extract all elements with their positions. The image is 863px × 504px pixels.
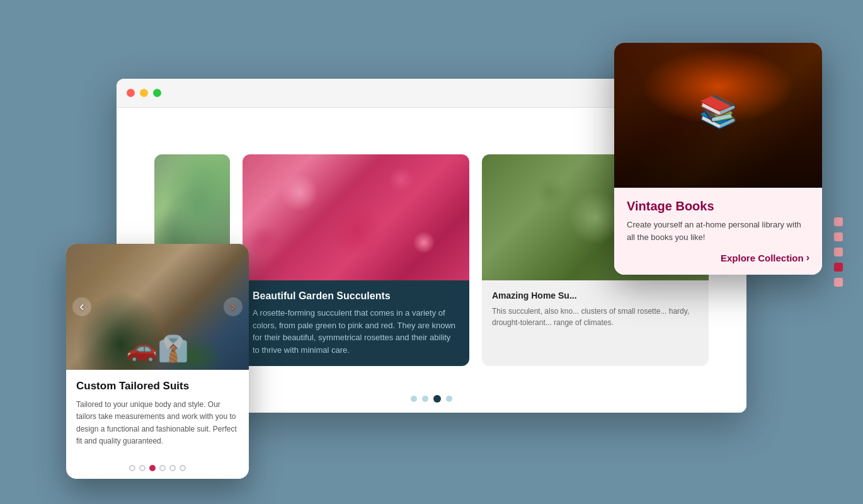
front-dot-2[interactable]: [139, 465, 146, 471]
card-flowers-center: Beautiful Garden Succulents A rosette-fo…: [243, 154, 469, 366]
books-card-description: Create yourself an at-home personal libr…: [627, 219, 809, 243]
front-dot-1[interactable]: [129, 465, 135, 471]
page-dot-3[interactable]: [433, 395, 441, 403]
flowers-card-description: A rosette-forming succulent that comes i…: [253, 307, 459, 356]
suits-card-image: [66, 244, 249, 370]
front-dot-6[interactable]: [180, 465, 186, 471]
front-card-suits: ‹ › Custom Tailored Suits Tailored to yo…: [66, 244, 249, 479]
succulent-card-description: This succulent, also kno... clusters of …: [492, 306, 699, 328]
front-card-pagination: [66, 457, 249, 479]
page-dot-2[interactable]: [422, 396, 428, 402]
side-dot-1[interactable]: [834, 217, 843, 226]
front-card-prev-button[interactable]: ‹: [72, 297, 91, 316]
suits-card-body: Custom Tailored Suits Tailored to your u…: [66, 370, 249, 457]
books-card-image: [614, 43, 822, 188]
succulent-card-title: Amazing Home Su...: [492, 290, 699, 301]
side-dot-4[interactable]: [834, 263, 843, 272]
explore-collection-button[interactable]: Explore Collection ›: [627, 252, 809, 263]
page-dot-4[interactable]: [446, 396, 452, 402]
suits-card-title: Custom Tailored Suits: [76, 380, 239, 392]
flowers-image: [243, 154, 469, 280]
front-dot-5[interactable]: [169, 465, 176, 471]
side-dot-2[interactable]: [834, 232, 843, 241]
back-card-books: Vintage Books Create yourself an at-home…: [614, 43, 822, 275]
window-minimize-dot[interactable]: [140, 89, 148, 97]
side-navigation-dots: [834, 217, 843, 287]
flowers-card-title: Beautiful Garden Succulents: [253, 290, 459, 302]
explore-collection-label: Explore Collection: [721, 253, 804, 263]
side-dot-5[interactable]: [834, 278, 843, 287]
flowers-card-body: Beautiful Garden Succulents A rosette-fo…: [243, 280, 469, 366]
window-maximize-dot[interactable]: [153, 89, 161, 97]
suits-card-description: Tailored to your unique body and style. …: [76, 399, 239, 447]
explore-collection-arrow-icon: ›: [806, 252, 809, 263]
succulent-card-body: Amazing Home Su... This succulent, also …: [482, 280, 709, 366]
books-card-title: Vintage Books: [627, 199, 809, 214]
books-card-body: Vintage Books Create yourself an at-home…: [614, 188, 822, 275]
front-card-next-button[interactable]: ›: [224, 297, 243, 316]
window-close-dot[interactable]: [127, 89, 135, 97]
front-dot-3[interactable]: [149, 465, 156, 471]
slider-pagination: [411, 395, 452, 403]
side-dot-3[interactable]: [834, 248, 843, 256]
page-dot-1[interactable]: [411, 396, 417, 402]
front-dot-4[interactable]: [159, 465, 166, 471]
